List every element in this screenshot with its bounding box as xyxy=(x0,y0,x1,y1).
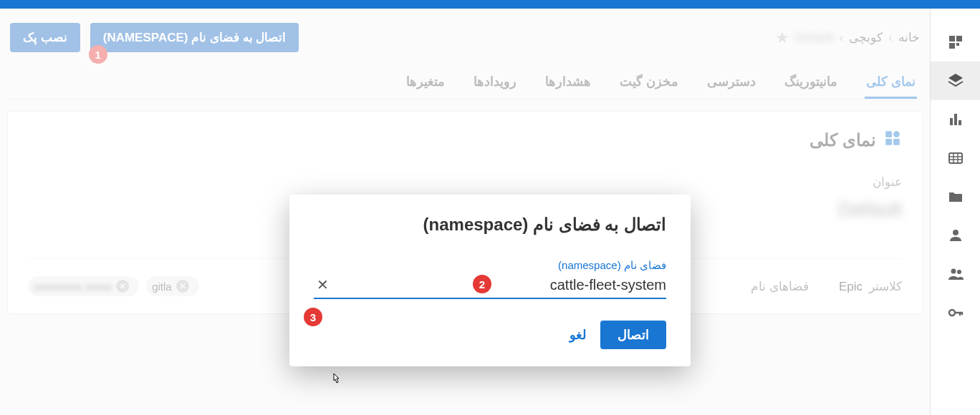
nav-analytics[interactable] xyxy=(931,100,981,139)
connect-button[interactable]: اتصال xyxy=(600,321,666,349)
modal-title: اتصال به فضای نام (namespace) xyxy=(314,215,666,235)
connect-namespace-modal: اتصال به فضای نام (namespace) فضای نام (… xyxy=(289,195,691,366)
top-bar xyxy=(0,0,980,9)
svg-rect-7 xyxy=(949,153,962,163)
cursor-icon xyxy=(330,372,342,391)
svg-rect-2 xyxy=(949,43,955,49)
namespace-input[interactable] xyxy=(329,277,666,293)
nav-layers[interactable] xyxy=(931,62,981,100)
nav-user[interactable] xyxy=(931,216,981,255)
field-input-row: 2 ✕ xyxy=(314,276,666,299)
svg-rect-5 xyxy=(954,114,957,125)
field-label: فضای نام (namespace) xyxy=(314,259,666,272)
namespace-field: فضای نام (namespace) 2 ✕ xyxy=(314,259,666,299)
svg-rect-1 xyxy=(956,36,962,42)
nav-folder[interactable] xyxy=(931,177,981,216)
nav-dashboard[interactable] xyxy=(931,23,981,62)
svg-point-15 xyxy=(949,310,955,316)
svg-rect-3 xyxy=(956,43,959,46)
modal-actions: اتصال 3 لغو xyxy=(314,321,666,349)
svg-rect-4 xyxy=(950,118,953,125)
clear-icon[interactable]: ✕ xyxy=(317,276,329,293)
step-badge-2: 2 xyxy=(473,275,491,293)
svg-point-12 xyxy=(953,230,959,235)
nav-users[interactable] xyxy=(931,255,981,293)
sidebar-nav xyxy=(930,9,980,415)
svg-point-13 xyxy=(951,269,956,274)
svg-point-14 xyxy=(957,270,961,274)
step-badge-3: 3 xyxy=(304,308,322,326)
svg-rect-0 xyxy=(949,36,955,42)
cancel-button[interactable]: لغو xyxy=(570,327,586,343)
nav-grid[interactable] xyxy=(931,139,981,177)
svg-rect-6 xyxy=(959,120,961,125)
nav-key[interactable] xyxy=(931,293,981,332)
